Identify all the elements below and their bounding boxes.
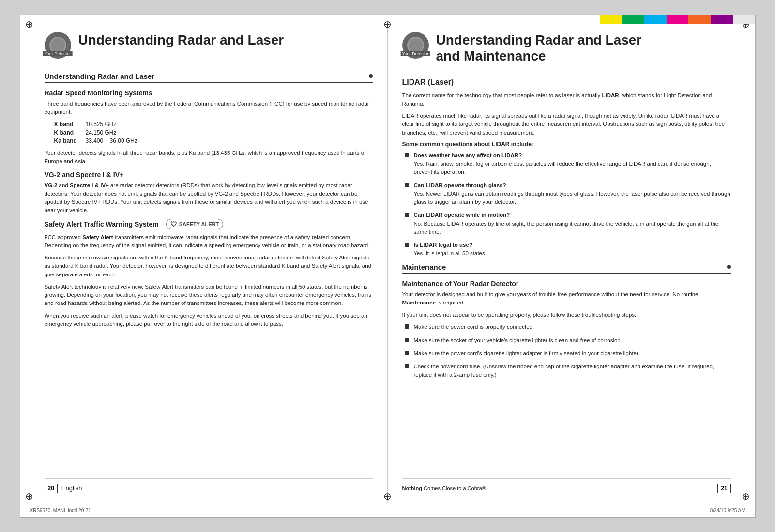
reg-mark-top-left: ⊕: [23, 17, 36, 31]
safety-alert-heading-container: Safety Alert Traffic Warning System 🛡 SA…: [45, 219, 373, 229]
detector-icon-left: Your Detector: [45, 32, 71, 59]
vg2-text: VG-2 and Spectre I & IV+ are radar detec…: [45, 182, 373, 215]
safety-alert-heading: Safety Alert Traffic Warning System: [45, 220, 159, 228]
lidar-text2: LIDAR operates much like radar. Its sign…: [402, 112, 731, 137]
freq-row-ka: Ka band 33.400 – 36.00 GHz: [54, 137, 373, 144]
color-gray: [733, 15, 755, 24]
maintenance-step2-text: Make sure the socket of your vehicle's c…: [414, 336, 731, 345]
section-dot: [369, 74, 373, 78]
reg-mark-bottom-right: ⊕: [739, 489, 753, 503]
lidar-q4-content: Is LIDAR legal to use? Yes. It is legal …: [414, 241, 731, 258]
reg-mark-bottom-center: ⊕: [381, 489, 395, 503]
lidar-questions-list: Does weather have any affect on LIDAR? Y…: [402, 152, 731, 258]
section-lidar: LIDAR (Laser) The correct name for the t…: [402, 78, 731, 263]
freq-value-x: 10.525 GHz: [86, 121, 117, 128]
bullet-icon-m1: [405, 324, 409, 329]
maintenance-step1: Make sure the power cord is properly con…: [405, 323, 731, 331]
lidar-q2-question: Can LIDAR operate through glass?: [414, 182, 506, 188]
page-wrapper: ⊕ ⊕ ⊕ ⊕ ⊕ ⊕ Your Detector Understanding …: [20, 15, 756, 518]
lidar-q3: Can LIDAR operate while in motion? No. B…: [405, 211, 731, 236]
maintenance-step4: Check the power cord fuse. (Unscrew the …: [405, 363, 731, 380]
lidar-q1-content: Does weather have any affect on LIDAR? Y…: [414, 152, 731, 177]
lidar-q1-question: Does weather have any affect on LIDAR?: [414, 152, 522, 158]
color-cyan: [644, 15, 667, 24]
left-page: Your Detector Understanding Radar and La…: [20, 25, 388, 503]
nothing-bold: Nothing: [402, 486, 423, 491]
lidar-q1-answer: Yes. Rain, snow, smoke, fog or airborne …: [414, 161, 711, 175]
main-content: Your Detector Understanding Radar and La…: [20, 25, 755, 503]
safety-text2: Because these microwave signals are with…: [45, 254, 373, 279]
maintenance-text1: Your detector is designed and built to g…: [402, 290, 731, 307]
freq-band-x: X band: [54, 121, 86, 128]
language-label: English: [61, 485, 82, 492]
lidar-bold: LIDAR: [602, 92, 619, 98]
freq-band-k: K band: [54, 129, 86, 136]
maintenance-step1-text: Make sure the power cord is properly con…: [414, 323, 731, 331]
subsection-vg2-heading: VG-2 and Spectre I & IV+: [45, 171, 373, 179]
bullet-icon-2: [405, 183, 409, 187]
safety-alert-logo-text: SAFETY ALERT: [179, 221, 219, 227]
lidar-questions-heading: Some common questions about LIDAR includ…: [402, 141, 731, 148]
lidar-q4: Is LIDAR legal to use? Yes. It is legal …: [405, 241, 731, 258]
color-yellow: [600, 15, 623, 24]
section-understanding: Understanding Radar and Laser Radar Spee…: [45, 72, 373, 333]
maintenance-step4-text: Check the power cord fuse. (Unscrew the …: [414, 363, 731, 380]
safety-text1: FCC-approved Safety Alert transmitters e…: [45, 233, 373, 250]
lidar-heading: LIDAR (Laser): [402, 78, 731, 87]
freq-value-k: 24.150 GHz: [86, 129, 117, 136]
lidar-q2-content: Can LIDAR operate through glass? Yes. Ne…: [414, 182, 731, 207]
bullet-icon-3: [405, 213, 409, 217]
reg-mark-top-center: ⊕: [381, 17, 395, 31]
bullet-icon-4: [405, 243, 409, 247]
vg2-bold1: VG-2: [45, 182, 58, 188]
right-header: Your Detector Understanding Radar and La…: [402, 32, 731, 68]
color-bar-top: [600, 15, 755, 24]
bullet-icon-m3: [405, 351, 409, 355]
bottom-bar: XRS9570_MANL.indd 20-21 8/24/10 9:25 AM: [20, 503, 755, 517]
color-magenta: [667, 15, 689, 24]
lidar-q4-question: Is LIDAR legal to use?: [414, 242, 472, 248]
maintenance-step3-text: Make sure the power cord's cigarette lig…: [414, 350, 731, 358]
lidar-q2: Can LIDAR operate through glass? Yes. Ne…: [405, 182, 731, 207]
reg-mark-bottom-left: ⊕: [23, 489, 36, 503]
maintenance-bold: Maintenance: [402, 300, 436, 305]
color-green: [622, 15, 644, 24]
left-footer: 20 English: [45, 478, 373, 493]
lidar-q3-content: Can LIDAR operate while in motion? No. B…: [414, 211, 731, 236]
maintenance-step3: Make sure the power cord's cigarette lig…: [405, 350, 731, 358]
detector-icon-right: Your Detector: [402, 32, 429, 59]
freq-band-ka: Ka band: [54, 137, 86, 144]
section-maintenance: Maintenance Maintenance of Your Radar De…: [402, 263, 731, 384]
frequency-table: X band 10.525 GHz K band 24.150 GHz Ka b…: [54, 121, 373, 144]
left-page-number: 20: [45, 484, 58, 493]
lidar-q3-answer: No. Because LIDAR operates by line of si…: [414, 221, 719, 235]
bullet-icon-m4: [405, 364, 409, 368]
detector-label-right: Your Detector: [401, 51, 430, 56]
subsection-radar-heading: Radar Speed Monitoring Systems: [45, 89, 373, 97]
lidar-q1: Does weather have any affect on LIDAR? Y…: [405, 152, 731, 177]
maintenance-dot: [727, 265, 731, 269]
shield-icon: 🛡: [170, 220, 177, 228]
vg2-bold2: Spectre I & IV+: [70, 182, 109, 188]
left-header-title: Understanding Radar and Laser: [78, 32, 284, 48]
freq-value-ka: 33.400 – 36.00 GHz: [86, 137, 137, 144]
color-purple: [711, 15, 733, 24]
radar-intro-text: Three band frequencies have been approve…: [45, 100, 373, 117]
lidar-q3-question: Can LIDAR operate while in motion?: [414, 212, 510, 218]
section-heading-maintenance: Maintenance: [402, 263, 731, 274]
bullet-icon-1: [405, 153, 409, 157]
maintenance-text2: If your unit does not appear to be opera…: [402, 311, 731, 319]
section-heading-understanding: Understanding Radar and Laser: [45, 72, 373, 83]
maintenance-step2: Make sure the socket of your vehicle's c…: [405, 336, 731, 345]
detector-label-left: Your Detector: [43, 51, 73, 56]
page-num-left-container: 20 English: [45, 484, 82, 493]
safety-text4: When you receive such an alert, please w…: [45, 312, 373, 329]
right-page: Your Detector Understanding Radar and La…: [388, 25, 755, 503]
right-page-number: 21: [717, 484, 730, 493]
freq-row-k: K band 24.150 GHz: [54, 129, 373, 136]
lidar-q4-answer: Yes. It is legal in all 50 states.: [414, 250, 486, 256]
maintenance-subsection-heading: Maintenance of Your Radar Detector: [402, 280, 731, 288]
maintenance-steps-list: Make sure the power cord is properly con…: [402, 323, 731, 379]
copyright-text: Nothing Comes Close to a Cobra®: [402, 486, 486, 491]
freq-row-x: X band 10.525 GHz: [54, 121, 373, 128]
